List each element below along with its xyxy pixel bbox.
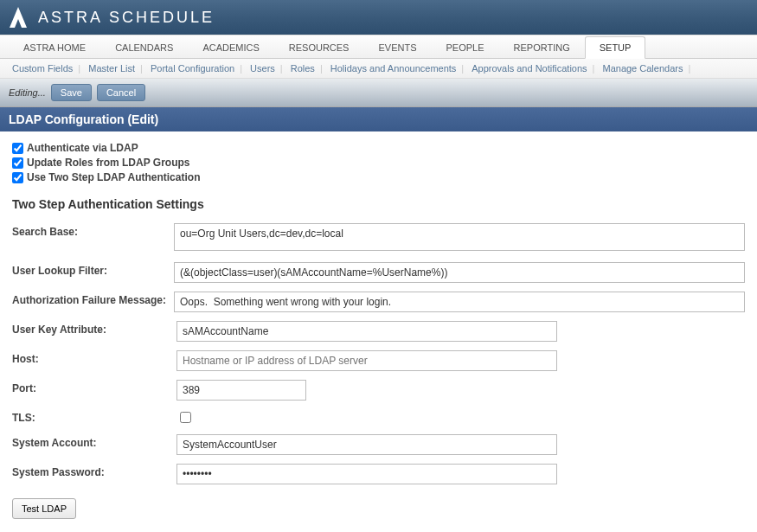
- lookup-filter-label: User Lookup Filter:: [12, 262, 174, 277]
- app-title: ASTRA SCHEDULE: [38, 9, 215, 27]
- search-base-input[interactable]: [174, 223, 745, 251]
- lookup-filter-row: User Lookup Filter:: [12, 262, 745, 283]
- main-nav: ASTRA HOME CALENDARS ACADEMICS RESOURCES…: [0, 35, 757, 59]
- auth-via-ldap-label: Authenticate via LDAP: [27, 142, 138, 154]
- tab-events[interactable]: EVENTS: [363, 36, 431, 59]
- two-step-section-heading: Two Step Authentication Settings: [12, 197, 745, 211]
- two-step-checkbox[interactable]: [12, 172, 23, 183]
- host-label: Host:: [12, 350, 176, 365]
- two-step-label: Use Two Step LDAP Authentication: [27, 171, 200, 183]
- sys-password-row: System Password:: [12, 464, 745, 484]
- sys-password-input[interactable]: [176, 464, 557, 484]
- host-row: Host:: [12, 350, 745, 371]
- tls-checkbox[interactable]: [180, 412, 191, 423]
- app-header: ASTRA SCHEDULE: [0, 0, 757, 35]
- editing-status: Editing...: [9, 87, 46, 98]
- subnav-holidays[interactable]: Holidays and Announcements: [327, 63, 460, 74]
- sys-password-label: System Password:: [12, 464, 176, 478]
- auth-via-ldap-row: Authenticate via LDAP: [12, 142, 745, 154]
- tls-row: TLS:: [12, 409, 745, 426]
- sys-account-input[interactable]: [176, 434, 557, 455]
- port-row: Port:: [12, 380, 745, 401]
- save-button[interactable]: Save: [51, 84, 92, 101]
- host-input[interactable]: [176, 350, 557, 371]
- tab-setup[interactable]: SETUP: [585, 36, 646, 59]
- auth-via-ldap-checkbox[interactable]: [12, 143, 23, 154]
- update-roles-checkbox[interactable]: [12, 157, 23, 169]
- user-key-input[interactable]: [176, 321, 557, 342]
- two-step-row: Use Two Step LDAP Authentication: [12, 171, 745, 183]
- subnav-manage-calendars[interactable]: Manage Calendars: [599, 63, 686, 74]
- subnav-users[interactable]: Users: [247, 63, 279, 74]
- content-area: Authenticate via LDAP Update Roles from …: [0, 131, 757, 529]
- auth-fail-input[interactable]: [174, 292, 745, 312]
- auth-fail-label: Authorization Failure Message:: [12, 292, 174, 306]
- cancel-button[interactable]: Cancel: [97, 84, 145, 101]
- update-roles-row: Update Roles from LDAP Groups: [12, 157, 745, 169]
- tab-calendars[interactable]: CALENDARS: [100, 36, 188, 59]
- tab-resources[interactable]: RESOURCES: [274, 36, 364, 59]
- test-ldap-button[interactable]: Test LDAP: [12, 498, 76, 519]
- sys-account-label: System Account:: [12, 434, 176, 449]
- tab-astra-home[interactable]: ASTRA HOME: [9, 36, 100, 59]
- tab-people[interactable]: PEOPLE: [431, 36, 498, 59]
- user-key-row: User Key Attribute:: [12, 321, 745, 342]
- page-title: LDAP Configuration (Edit): [0, 107, 757, 131]
- search-base-row: Search Base:: [12, 223, 745, 253]
- lookup-filter-input[interactable]: [174, 262, 745, 283]
- subnav-master-list[interactable]: Master List: [85, 63, 138, 74]
- port-label: Port:: [12, 380, 176, 394]
- sub-nav: Custom Fields| Master List| Portal Confi…: [0, 59, 757, 79]
- tab-reporting[interactable]: REPORTING: [499, 36, 585, 59]
- auth-fail-row: Authorization Failure Message:: [12, 292, 745, 312]
- update-roles-label: Update Roles from LDAP Groups: [27, 157, 189, 169]
- sys-account-row: System Account:: [12, 434, 745, 455]
- search-base-label: Search Base:: [12, 223, 174, 238]
- subnav-custom-fields[interactable]: Custom Fields: [9, 63, 76, 74]
- port-input[interactable]: [176, 380, 306, 401]
- astra-logo-icon: [7, 4, 29, 30]
- tls-label: TLS:: [12, 409, 176, 424]
- subnav-approvals[interactable]: Approvals and Notifications: [468, 63, 590, 74]
- edit-toolbar: Editing... Save Cancel: [0, 79, 757, 107]
- subnav-portal-configuration[interactable]: Portal Configuration: [147, 63, 238, 74]
- user-key-label: User Key Attribute:: [12, 321, 176, 336]
- tab-academics[interactable]: ACADEMICS: [188, 36, 273, 59]
- subnav-roles[interactable]: Roles: [287, 63, 318, 74]
